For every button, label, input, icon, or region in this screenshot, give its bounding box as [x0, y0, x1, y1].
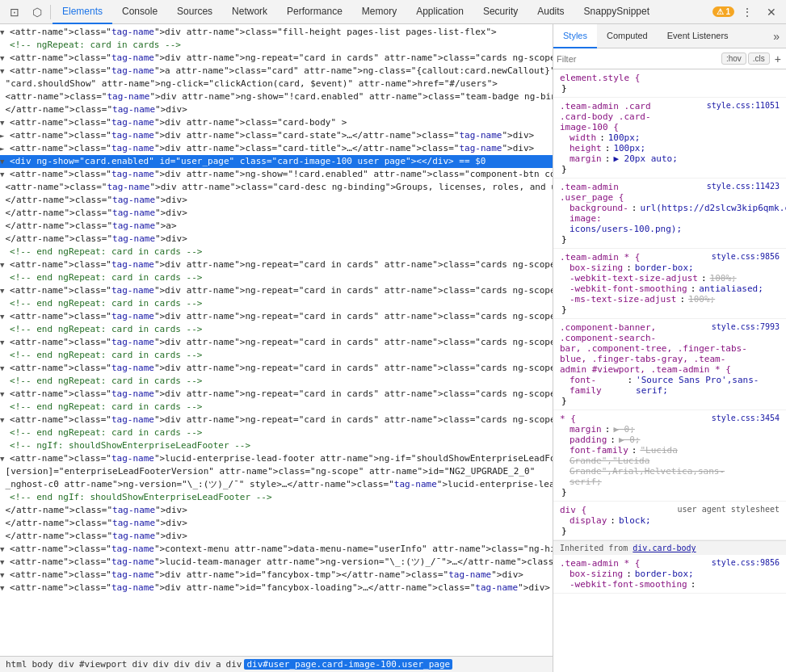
- dom-line[interactable]: <attr-name">class="tag-name">div attr-na…: [0, 26, 553, 39]
- tab-sources[interactable]: Sources: [167, 0, 222, 24]
- dom-line[interactable]: <attr-name">class="tag-name">div attr-na…: [0, 362, 553, 375]
- dom-line[interactable]: <attr-name">class="tag-name">div attr-na…: [0, 388, 553, 401]
- dom-line[interactable]: </attr-name">class="tag-name">div>: [0, 207, 553, 220]
- tab-network[interactable]: Network: [222, 0, 277, 24]
- breadcrumb-item[interactable]: #viewport: [77, 659, 130, 670]
- dom-line[interactable]: <attr-name">class="tag-name">div attr-na…: [0, 90, 553, 103]
- dom-line[interactable]: ▸ <!-- end ngRepeat: card in cards -->: [0, 323, 553, 336]
- dom-line[interactable]: <attr-name">class="tag-name">div attr-na…: [0, 129, 553, 142]
- dom-line[interactable]: </attr-name">class="tag-name">div>: [0, 103, 553, 116]
- breadcrumb-item[interactable]: div: [224, 659, 245, 670]
- tab-audits[interactable]: Audits: [528, 0, 574, 24]
- styles-tab-more[interactable]: »: [767, 30, 786, 43]
- dom-line[interactable]: <attr-name">class="tag-name">div attr-na…: [0, 116, 553, 129]
- dom-line[interactable]: <attr-name">class="tag-name">div attr-na…: [0, 310, 553, 323]
- dom-line[interactable]: _nghost-c0 attr-name">ng-version="\_:(ツ)…: [0, 478, 553, 491]
- tab-elements[interactable]: Elements: [53, 0, 112, 24]
- dom-line[interactable]: <attr-name">class="tag-name">div attr-na…: [0, 258, 553, 271]
- dom-line[interactable]: ▸ <!-- end ngRepeat: card in cards -->: [0, 246, 553, 258]
- css-rule-selector[interactable]: * {: [560, 414, 576, 424]
- dom-line[interactable]: <attr-name">class="tag-name">context-men…: [0, 543, 553, 556]
- css-rule-selector[interactable]: .component-banner,: [560, 322, 656, 333]
- filter-badge[interactable]: :hov: [721, 52, 746, 65]
- css-rule-selector[interactable]: .card-body .card-: [560, 111, 651, 122]
- dom-line[interactable]: <attr-name">class="tag-name">div attr-na…: [0, 284, 553, 297]
- css-rule-selector[interactable]: div {: [560, 505, 586, 515]
- dom-line[interactable]: <attr-name">class="tag-name">a attr-name…: [0, 65, 553, 78]
- css-rule-selector[interactable]: bar, .component-tree, .finger-tabs-: [560, 343, 747, 354]
- dom-content[interactable]: <attr-name">class="tag-name">div attr-na…: [0, 24, 553, 656]
- breadcrumb-item[interactable]: html: [3, 659, 30, 670]
- filter-input[interactable]: [557, 54, 718, 64]
- filter-badge[interactable]: .cls: [748, 52, 770, 65]
- css-rule-selector[interactable]: .team-admin: [560, 182, 619, 192]
- breadcrumb-item[interactable]: a: [213, 659, 224, 670]
- dom-line[interactable]: <attr-name">class="tag-name">div attr-na…: [0, 569, 553, 582]
- css-rule-selector[interactable]: .team-admin * {: [560, 558, 640, 569]
- css-rule-selector[interactable]: .user_page {: [560, 192, 624, 203]
- dom-line[interactable]: ▸ <!-- end ngRepeat: card in cards -->: [0, 297, 553, 310]
- dom-line[interactable]: ▸ <!-- end ngRepeat: card in cards -->: [0, 271, 553, 284]
- inspect-icon[interactable]: ⊡: [3, 0, 26, 24]
- css-rule-origin[interactable]: style.css:9856: [712, 558, 780, 567]
- css-rule-origin[interactable]: style.css:9856: [712, 252, 780, 261]
- css-rule-selector[interactable]: blue, .finger-tabs-gray, .team-: [560, 354, 725, 364]
- dom-line[interactable]: "card.shouldShow" attr-name">ng-click="c…: [0, 78, 553, 90]
- inherited-link[interactable]: div.card-body: [633, 544, 696, 552]
- breadcrumb-item[interactable]: body: [30, 659, 57, 670]
- tab-performance[interactable]: Performance: [277, 0, 352, 24]
- dom-line[interactable]: ▸ <!-- ngRepeat: card in cards -->: [0, 39, 553, 52]
- dom-line[interactable]: <attr-name">class="tag-name">div attr-na…: [0, 52, 553, 65]
- close-icon[interactable]: ✕: [760, 0, 783, 24]
- dom-line[interactable]: </attr-name">class="tag-name">div>: [0, 504, 553, 517]
- device-icon[interactable]: ⬡: [26, 0, 48, 24]
- dom-line[interactable]: <attr-name">class="tag-name">div attr-na…: [0, 582, 553, 594]
- css-rule-origin[interactable]: style.css:11051: [707, 101, 780, 110]
- styles-tab-computed[interactable]: Computed: [597, 24, 658, 48]
- dom-line[interactable]: <attr-name">class="tag-name">div attr-na…: [0, 414, 553, 426]
- dom-line[interactable]: </attr-name">class="tag-name">div>: [0, 194, 553, 207]
- tab-console[interactable]: Console: [112, 0, 167, 24]
- styles-tab-styles[interactable]: Styles: [553, 24, 597, 48]
- css-rule-selector[interactable]: element.style {: [560, 73, 640, 83]
- dom-line[interactable]: </attr-name">class="tag-name">div>: [0, 530, 553, 543]
- styles-tab-event-listeners[interactable]: Event Listeners: [658, 24, 738, 48]
- css-rule-origin[interactable]: style.css:3454: [712, 414, 780, 422]
- css-rule-selector[interactable]: .component-search-: [560, 333, 656, 343]
- breadcrumb-item[interactable]: div: [192, 659, 213, 670]
- dom-line[interactable]: <attr-name">class="tag-name">div attr-na…: [0, 168, 553, 181]
- dom-line[interactable]: </attr-name">class="tag-name">div>: [0, 233, 553, 246]
- dom-line[interactable]: <attr-name">class="tag-name">div attr-na…: [0, 142, 553, 155]
- css-rule-selector[interactable]: .team-admin * {: [560, 252, 640, 262]
- dom-line[interactable]: <attr-name">class="tag-name">div attr-na…: [0, 336, 553, 349]
- tab-snappysnippet[interactable]: SnappySnippet: [574, 0, 659, 24]
- css-rule-selector[interactable]: admin #viewport, .team-admin * {: [560, 364, 731, 375]
- tab-application[interactable]: Application: [406, 0, 473, 24]
- css-rule-origin[interactable]: style.css:11423: [707, 182, 780, 191]
- tab-memory[interactable]: Memory: [352, 0, 406, 24]
- more-icon[interactable]: ⋮: [736, 0, 759, 24]
- dom-line[interactable]: ▸ <!-- end ngRepeat: card in cards -->: [0, 375, 553, 388]
- dom-line[interactable]: <attr-name">class="tag-name">lucid-enter…: [0, 452, 553, 465]
- css-rule-origin[interactable]: style.css:7993: [712, 322, 780, 331]
- css-rule-selector[interactable]: .team-admin .card: [560, 101, 651, 111]
- breadcrumb-item[interactable]: div: [171, 659, 192, 670]
- dom-line[interactable]: <attr-name">class="tag-name">div attr-na…: [0, 181, 553, 194]
- dom-line[interactable]: ▸ <!-- end ngRepeat: card in cards -->: [0, 426, 553, 439]
- tab-security[interactable]: Security: [473, 0, 528, 24]
- breadcrumb-item[interactable]: div#user_page.card-image-100.user_page: [244, 659, 452, 670]
- dom-line[interactable]: </attr-name">class="tag-name">a>: [0, 220, 553, 233]
- dom-line[interactable]: ▸ <!-- end ngIf: shouldShowEnterpriseLea…: [0, 491, 553, 504]
- dom-line[interactable]: <div ng-show="card.enabled" id="user_pag…: [0, 155, 553, 168]
- dom-line[interactable]: ▸ <!-- end ngRepeat: card in cards -->: [0, 401, 553, 414]
- dom-line[interactable]: ▸ <!-- end ngRepeat: card in cards -->: [0, 349, 553, 362]
- add-style-rule-button[interactable]: +: [773, 52, 783, 65]
- css-rule-selector[interactable]: image-100 {: [560, 122, 619, 132]
- dom-line[interactable]: <attr-name">class="tag-name">lucid-team-…: [0, 556, 553, 569]
- dom-line[interactable]: [version]="enterpriseLeadFooterVersion" …: [0, 465, 553, 478]
- breadcrumb-item[interactable]: div: [56, 659, 77, 670]
- dom-line[interactable]: ▸ <!-- ngIf: shouldShowEnterpriseLeadFoo…: [0, 439, 553, 452]
- dom-line[interactable]: </attr-name">class="tag-name">div>: [0, 517, 553, 530]
- breadcrumb-item[interactable]: div: [129, 659, 150, 670]
- breadcrumb-item[interactable]: div: [150, 659, 171, 670]
